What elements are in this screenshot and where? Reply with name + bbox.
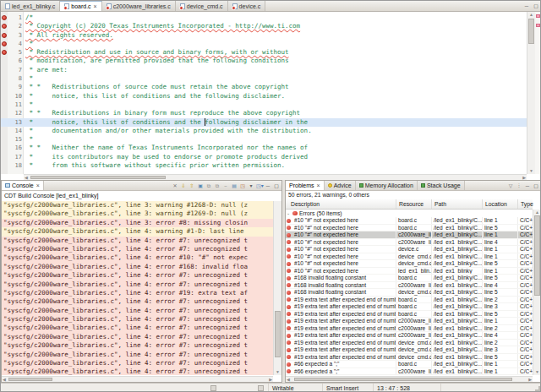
next-error-icon[interactable]: ⇩ (180, 182, 187, 190)
problems-horizontal-scrollbar[interactable]: ◀ ▶ (286, 376, 533, 382)
editor-tab-board-c[interactable]: board.c× (60, 1, 101, 11)
scroll-up-icon[interactable]: ▲ (527, 12, 535, 18)
column-header-type[interactable]: Type (518, 199, 541, 209)
maximize-icon[interactable]: ▢ (533, 182, 539, 190)
problem-row[interactable]: #10 "#" not expected hereled_ex1_blin...… (286, 268, 533, 275)
copy-build-log-icon[interactable]: ⧉ (205, 182, 212, 190)
error-marker-icon[interactable] (2, 50, 7, 55)
code-text[interactable]: * (25, 74, 541, 83)
minimize-icon[interactable]: ─ (265, 182, 271, 190)
problem-row[interactable]: #10 "#" not expected hereboard.c/led_ex1… (286, 225, 533, 232)
console-horizontal-scrollbar[interactable]: ◀ ▶ (2, 376, 273, 382)
view-menu-icon[interactable]: ⫶ (516, 182, 522, 190)
editor-vertical-scrollbar[interactable]: ▲ ▼ (527, 12, 535, 174)
maximize-icon[interactable]: ▢ (273, 182, 280, 190)
editor-tab-c2000ware_libraries-c[interactable]: c2000ware_libraries.c (102, 1, 176, 11)
scroll-down-icon[interactable]: ▼ (274, 369, 281, 375)
code-text[interactable]: * (25, 135, 541, 144)
tab-problems[interactable]: Problems× (286, 181, 325, 190)
problems-group-row[interactable]: ⌄Errors (50 items) (286, 210, 533, 217)
column-header-location[interactable]: Location (483, 199, 518, 209)
tab-console[interactable]: Console × (2, 181, 44, 190)
scrollbar-thumb[interactable] (275, 311, 281, 357)
scroll-down-icon[interactable]: ▼ (533, 369, 541, 375)
problems-vertical-scrollbar[interactable]: ▲ ▼ (533, 210, 541, 375)
problem-row[interactable]: #19 extra text after expected end of num… (286, 303, 533, 311)
code-text[interactable]: * from this software without specific pr… (25, 161, 541, 170)
scroll-lock-icon[interactable]: ▤ (231, 182, 238, 190)
code-text[interactable]: * * Redistributions of source code must … (25, 83, 541, 91)
chevron-down-icon[interactable]: ⌄ (287, 210, 290, 217)
close-icon[interactable]: × (317, 182, 320, 188)
column-header-description[interactable]: Description (288, 199, 396, 209)
problem-row[interactable]: #19 extra text after expected end of num… (286, 325, 533, 333)
editor-tab-device_cmd-c[interactable]: device_cmd.c (176, 1, 228, 11)
scroll-up-icon[interactable]: ▲ (533, 210, 541, 215)
error-marker[interactable] (536, 24, 540, 27)
code-text[interactable]: /* (25, 14, 541, 22)
open-console-menu-icon[interactable]: ◳▾ (256, 182, 263, 190)
problem-row[interactable]: #168 invalid floating constantdevice_cmd… (286, 289, 533, 297)
console-vertical-scrollbar[interactable]: ▼ (273, 201, 281, 375)
problem-row[interactable]: #10 "#" not expected heredevice_cmd.c/le… (286, 260, 533, 268)
error-marker-icon[interactable] (2, 33, 7, 38)
edit-location-icon[interactable] (258, 385, 264, 391)
problem-row[interactable]: #10 "#" not expected heredevice_cmd.c/le… (286, 253, 533, 261)
pin-console-icon[interactable]: ◳ (239, 182, 246, 190)
scrollbar-thumb[interactable] (30, 176, 166, 179)
code-text[interactable]: * notice, this list of conditions and th… (25, 92, 541, 101)
resize-grip[interactable] (535, 386, 540, 391)
problem-row[interactable]: #19 extra text after expected end of num… (286, 297, 533, 304)
scroll-right-icon[interactable]: ▶ (528, 377, 532, 383)
close-icon[interactable]: × (94, 3, 97, 9)
code-text[interactable]: * (25, 101, 541, 109)
scroll-left-icon[interactable]: ◀ (3, 377, 6, 383)
problem-row[interactable]: #10 "#" not expected heredevice.c/led_ex… (286, 246, 533, 253)
code-text[interactable]: * modification, are permitted provided t… (25, 57, 541, 65)
problem-row[interactable]: #10 "#" not expected hereboard.c/led_ex1… (286, 217, 533, 225)
problem-row[interactable]: #66 expected a ";"board.c/led_ex1_blinky… (286, 361, 533, 368)
minimize-icon[interactable]: ─ (524, 182, 531, 190)
scroll-down-icon[interactable]: ▼ (527, 168, 535, 174)
problem-row[interactable]: #10 "#" not expected herec2000ware_li...… (286, 231, 533, 239)
code-text[interactable]: * its contributors may be used to endors… (25, 153, 541, 161)
scrollbar-thumb[interactable] (534, 215, 540, 296)
error-marker[interactable] (536, 14, 540, 18)
tab-stack-usage[interactable]: Stack Usage (418, 181, 465, 190)
error-marker-icon[interactable] (2, 24, 7, 29)
editor-tab-device-c[interactable]: device.c (228, 1, 266, 11)
column-header-resource[interactable]: Resource (396, 199, 432, 209)
editor-tab-led_ex1_blinky-c[interactable]: led_ex1_blinky.c (1, 1, 60, 11)
scrollbar-thumb[interactable] (528, 19, 534, 44)
clear-console-icon[interactable]: − (222, 182, 229, 190)
display-console-menu-icon[interactable]: ▾ (248, 182, 254, 190)
code-text[interactable]: * * Neither the name of Texas Instrument… (25, 144, 541, 152)
copy-icon[interactable]: ⧉ (214, 182, 221, 190)
code-text[interactable]: * * Redistributions in binary form must … (25, 109, 541, 117)
problem-row[interactable]: #19 extra text after expected end of num… (286, 311, 533, 318)
tab-memory-allocation[interactable]: Memory Allocation (356, 181, 418, 190)
scrollbar-thumb[interactable] (8, 378, 52, 381)
code-text[interactable]: * are met: (25, 66, 541, 74)
editor-horizontal-scrollbar[interactable]: ◀ ▶ (24, 174, 527, 180)
scroll-left-icon[interactable]: ◀ (287, 377, 290, 383)
previous-error-icon[interactable]: ⇧ (189, 182, 195, 190)
code-text[interactable]: * notice, this list of conditions and th… (25, 118, 541, 127)
problem-row[interactable]: #10 "#" not expected herec2000ware_li...… (286, 239, 533, 247)
code-text[interactable]: * Copyright (c) 2020 Texas Instruments I… (25, 22, 541, 30)
problem-row[interactable]: #19 extra text after expected end of num… (286, 354, 533, 362)
error-marker-icon[interactable] (2, 15, 7, 20)
problem-row[interactable]: #19 extra text after expected end of num… (286, 318, 533, 325)
problem-row[interactable]: #19 extra text after expected end of num… (286, 332, 533, 340)
filter-icon[interactable]: ▽ (507, 182, 514, 190)
problem-row[interactable]: #19 extra text after expected end of num… (286, 340, 533, 347)
code-text[interactable]: * documentation and/or other materials p… (25, 127, 541, 135)
close-icon[interactable]: × (36, 182, 40, 188)
problem-row[interactable]: #168 invalid floating constantboard.c/le… (286, 275, 533, 282)
error-marker-icon[interactable] (2, 41, 7, 46)
column-header-path[interactable]: Path (432, 199, 483, 209)
scroll-right-icon[interactable]: ▶ (269, 377, 272, 383)
code-text[interactable]: * All rights reserved. (25, 31, 541, 40)
problem-row[interactable]: #168 invalid floating constantc2000ware_… (286, 282, 533, 290)
problem-row[interactable]: #19 extra text after expected end of num… (286, 346, 533, 354)
